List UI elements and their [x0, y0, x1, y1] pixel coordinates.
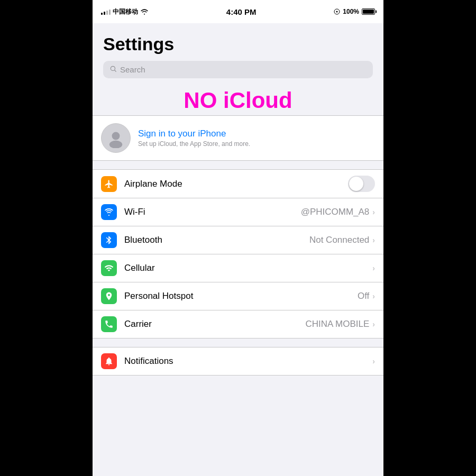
main-content: Settings Search NO iCloud — [93, 23, 383, 476]
carrier-icon — [101, 316, 117, 332]
svg-point-1 — [336, 11, 338, 13]
personal-hotspot-value: Off — [358, 291, 369, 301]
carrier-chevron: › — [372, 320, 375, 328]
notifications-group: Notifications › — [93, 347, 383, 376]
carrier-value: CHINA MOBILE — [305, 319, 369, 329]
personal-hotspot-chevron: › — [372, 292, 375, 300]
wifi-chevron: › — [372, 208, 375, 216]
wifi-row[interactable]: Wi-Fi @PHICOMM_A8 › — [93, 198, 383, 226]
status-time: 4:40 PM — [226, 7, 257, 16]
battery-icon — [362, 8, 375, 15]
cellular-chevron: › — [372, 264, 375, 272]
location-icon — [334, 8, 340, 15]
personal-hotspot-icon — [101, 288, 117, 304]
wifi-label: Wi-Fi — [124, 207, 301, 217]
no-icloud-banner: NO iCloud — [93, 84, 383, 115]
bluetooth-label: Bluetooth — [124, 235, 309, 245]
airplane-mode-toggle[interactable] — [348, 176, 375, 192]
wifi-icon — [101, 204, 117, 220]
notifications-label: Notifications — [124, 356, 369, 367]
network-settings-section: Airplane Mode Wi-Fi @PHICOMM_A8 — [93, 169, 383, 338]
network-settings-group: Airplane Mode Wi-Fi @PHICOMM_A8 — [93, 169, 383, 338]
airplane-mode-row[interactable]: Airplane Mode — [93, 170, 383, 198]
sign-in-sub: Set up iCloud, the App Store, and more. — [138, 140, 250, 148]
search-placeholder[interactable]: Search — [120, 65, 145, 74]
battery-percent: 100% — [343, 8, 359, 15]
notifications-chevron: › — [372, 357, 375, 365]
airplane-mode-label: Airplane Mode — [124, 179, 348, 189]
notifications-section: Notifications › — [93, 347, 383, 376]
avatar-icon — [106, 128, 126, 148]
notifications-icon — [101, 353, 117, 369]
svg-line-3 — [115, 70, 116, 72]
status-bar: 中国移动 4:40 PM 100% — [93, 0, 383, 23]
bluetooth-row[interactable]: Bluetooth Not Connected › — [93, 226, 383, 254]
search-icon — [109, 65, 117, 74]
carrier-row[interactable]: Carrier CHINA MOBILE › — [93, 310, 383, 338]
svg-point-6 — [108, 294, 110, 296]
cellular-icon — [101, 260, 117, 276]
wifi-status-icon — [140, 8, 149, 15]
wifi-value: @PHICOMM_A8 — [301, 207, 370, 217]
notifications-row[interactable]: Notifications › — [93, 347, 383, 375]
settings-header: Settings Search — [93, 23, 383, 84]
search-bar[interactable]: Search — [103, 61, 373, 78]
sign-in-text: Sign in to your iPhone Set up iCloud, th… — [138, 129, 250, 148]
sign-in-link[interactable]: Sign in to your iPhone — [138, 129, 250, 139]
personal-hotspot-label: Personal Hotspot — [124, 291, 358, 301]
status-right: 100% — [334, 8, 375, 15]
phone-frame: 中国移动 4:40 PM 100% Settings — [93, 0, 383, 476]
avatar — [101, 123, 131, 153]
bluetooth-value: Not Connected — [309, 235, 369, 245]
carrier-label: Carrier — [124, 319, 305, 329]
personal-hotspot-row[interactable]: Personal Hotspot Off › — [93, 282, 383, 310]
airplane-mode-icon — [101, 176, 117, 192]
bluetooth-icon — [101, 232, 117, 248]
sign-in-section[interactable]: Sign in to your iPhone Set up iCloud, th… — [93, 115, 383, 161]
carrier-label: 中国移动 — [113, 7, 138, 16]
cellular-row[interactable]: Cellular › — [93, 254, 383, 282]
no-icloud-text: NO iCloud — [184, 88, 292, 113]
bluetooth-chevron: › — [372, 236, 375, 244]
signal-bars-icon — [101, 8, 111, 15]
cellular-label: Cellular — [124, 263, 369, 273]
svg-point-5 — [109, 141, 122, 148]
page-title: Settings — [103, 34, 373, 54]
svg-point-4 — [112, 132, 120, 140]
status-left: 中国移动 — [101, 7, 149, 16]
